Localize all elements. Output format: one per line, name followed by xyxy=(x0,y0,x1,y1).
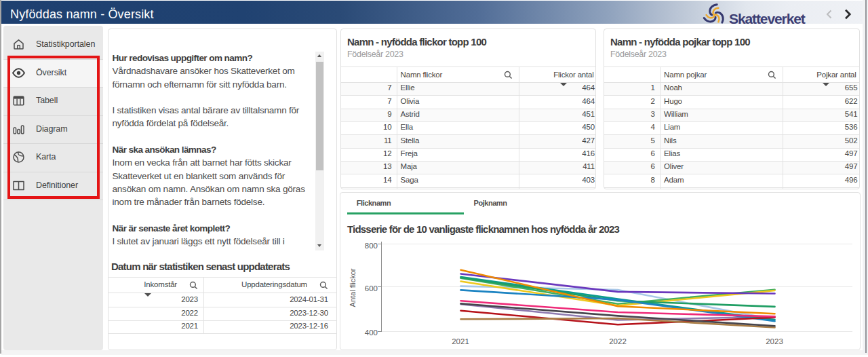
svg-text:400: 400 xyxy=(365,328,378,337)
svg-text:800: 800 xyxy=(365,242,378,250)
svg-text:2022: 2022 xyxy=(609,337,627,345)
svg-text:2021: 2021 xyxy=(452,337,469,345)
svg-text:Antal flickor: Antal flickor xyxy=(349,268,357,307)
svg-text:2023: 2023 xyxy=(766,337,783,345)
svg-text:600: 600 xyxy=(365,284,378,293)
